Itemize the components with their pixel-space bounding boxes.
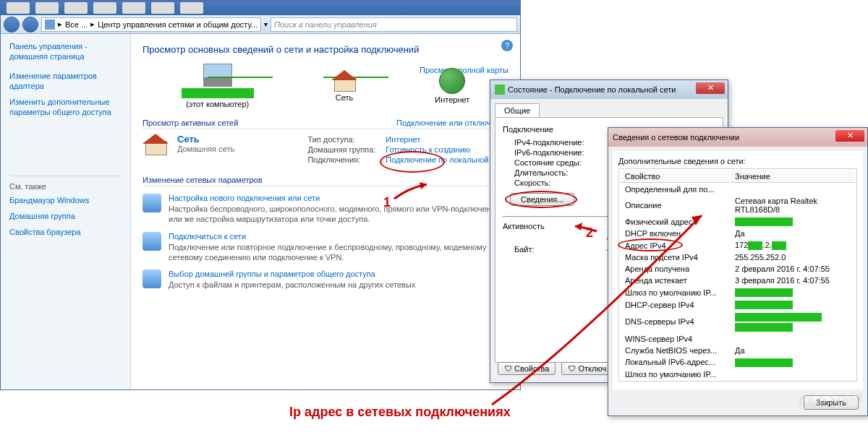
task-desc: Подключение или повторное подключение к …	[169, 242, 509, 263]
taskbar-icon[interactable]	[35, 2, 59, 14]
annotation-caption: Ip адрес в сетевых подключениях	[289, 405, 511, 420]
annotation-number-1: 1	[383, 195, 391, 210]
sidebar-link-browser[interactable]: Свойства браузера	[9, 227, 122, 237]
censored-value	[735, 301, 793, 309]
search-input[interactable]: Поиск в панели управления	[271, 17, 517, 32]
task-icon	[142, 270, 161, 288]
detail-row: ОписаниеСетевая карта Realtek RTL8168D/8	[621, 196, 855, 215]
annotation-number-2: 2	[586, 225, 593, 241]
network-label: Сеть	[331, 93, 357, 102]
close-button[interactable]: ✕	[696, 82, 725, 94]
globe-icon	[439, 68, 465, 94]
properties-button[interactable]: 🛡 Свойства	[498, 362, 556, 375]
window-title: Сведения о сетевом подключении	[613, 133, 739, 142]
network-details-table: Тип доступа:Интернет Домашняя группа:Гот…	[306, 134, 509, 165]
annotation-circle-ipv4	[618, 238, 683, 251]
forward-button[interactable]	[22, 17, 38, 33]
taskbar-icon[interactable]	[93, 2, 116, 14]
connection-link[interactable]: Подключение по локальной сети	[386, 155, 507, 164]
task-homegroup: Выбор домашней группы и параметров общег…	[142, 270, 509, 290]
nav-toolbar: ▸ Все ... ▸ Центр управления сетями и об…	[1, 15, 520, 34]
censored-value	[735, 358, 793, 367]
taskbar-icon[interactable]	[122, 2, 145, 14]
detail-row: Адрес IPv4172.2.	[621, 240, 855, 251]
task-desc: Доступ к файлам и принтерам, расположенн…	[169, 280, 415, 290]
network-icon	[495, 85, 505, 95]
breadcrumb[interactable]: ▸ Все ... ▸ Центр управления сетями и об…	[41, 17, 261, 32]
censored-value	[735, 288, 793, 297]
detail-row: Шлюз по умолчанию IP...	[621, 287, 855, 298]
page-heading: Просмотр основных сведений о сети и наст…	[142, 44, 509, 55]
censored-value	[735, 218, 793, 226]
task-link[interactable]: Выбор домашней группы и параметров общег…	[169, 270, 375, 278]
detail-row: DNS-серверы IPv4	[621, 311, 855, 332]
breadcrumb-segment[interactable]: Центр управления сетями и общим досту...	[98, 20, 258, 29]
taskbar-icon[interactable]	[7, 2, 30, 14]
taskbar-icon[interactable]	[151, 2, 174, 14]
sidebar-link-sharing[interactable]: Изменить дополнительные параметры общего…	[9, 97, 122, 118]
network-name: Сеть	[177, 134, 297, 145]
close-button[interactable]: ✕	[835, 130, 864, 142]
pc-sublabel: (этот компьютер)	[182, 100, 254, 108]
sidebar-link-homegroup[interactable]: Домашняя группа	[9, 211, 122, 221]
task-new-connection: Настройка нового подключения или сети На…	[142, 194, 509, 225]
internet-label: Интернет	[435, 95, 469, 104]
window-title: Состояние - Подключение по локальной сет…	[508, 85, 676, 94]
tab-general[interactable]: Общие	[495, 103, 540, 117]
detail-row: DHCP-сервер IPv4	[621, 299, 855, 310]
detail-row: Локальный IPv6-адрес...	[621, 357, 855, 368]
network-map: (этот компьютер) Сеть Интернет	[142, 64, 509, 108]
network-center-window: ▸ Все ... ▸ Центр управления сетями и об…	[0, 0, 521, 390]
task-icon	[142, 194, 161, 212]
detail-row: Определенный для по...	[621, 184, 855, 194]
detail-row: Служба NetBIOS через...Да	[621, 345, 855, 356]
pc-icon	[203, 64, 232, 87]
sidebar-home-link[interactable]: Панель управления - домашняя страница	[9, 41, 122, 62]
detail-row: DHCP включенДа	[621, 228, 855, 238]
network-type[interactable]: Домашняя сеть	[177, 145, 297, 153]
titlebar[interactable]: Сведения о сетевом подключении ✕	[608, 128, 867, 147]
see-also-label: См. также	[9, 182, 122, 191]
task-link[interactable]: Подключиться к сети	[169, 232, 246, 241]
detail-row: WINS-сервер IPv4	[621, 334, 855, 344]
disable-button[interactable]: 🛡 Отключ	[561, 362, 613, 375]
house-icon	[331, 70, 357, 92]
censored-value	[735, 313, 822, 322]
detail-row: Аренда получена2 февраля 2016 г. 4:07:55	[621, 264, 855, 274]
detail-row: Физический адрес	[621, 216, 855, 227]
sidebar: Панель управления - домашняя страница Из…	[1, 34, 131, 389]
house-icon	[142, 134, 169, 155]
sidebar-link-firewall[interactable]: Брандмауэр Windows	[9, 195, 122, 205]
detail-row: Шлюз по умолчанию IP...	[621, 369, 855, 379]
censored-text	[182, 88, 254, 98]
detail-row: Маска подсети IPv4255.255.252.0	[621, 252, 855, 262]
breadcrumb-segment[interactable]: Все ...	[65, 20, 88, 29]
main-content: ? Просмотр основных сведений о сети и на…	[131, 34, 520, 389]
details-button[interactable]: Сведения...	[510, 193, 574, 206]
task-icon	[142, 232, 161, 251]
taskbar-icon[interactable]	[180, 2, 203, 14]
detail-row: Аренда истекает3 февраля 2016 г. 4:07:55	[621, 275, 855, 285]
titlebar	[1, 1, 520, 15]
task-desc: Настройка беспроводного, широкополосного…	[169, 204, 509, 225]
sidebar-link-adapter[interactable]: Изменение параметров адаптера	[9, 71, 122, 92]
task-connect: Подключиться к сети Подключение или повт…	[142, 232, 509, 263]
change-settings-heading: Изменение сетевых параметров	[142, 176, 509, 186]
active-networks-heading: Просмотр активных сетей Подключение или …	[142, 119, 509, 129]
details-table: СвойствоЗначение Определенный для по...О…	[618, 168, 857, 382]
control-panel-icon	[45, 20, 55, 30]
help-icon[interactable]: ?	[501, 40, 513, 51]
details-subtitle: Дополнительные сведения о сети:	[618, 157, 857, 165]
titlebar[interactable]: Состояние - Подключение по локальной сет…	[490, 80, 728, 99]
back-button[interactable]	[4, 17, 20, 33]
taskbar-icon[interactable]	[64, 2, 88, 14]
task-link[interactable]: Настройка нового подключения или сети	[169, 194, 320, 202]
connection-details-window: Сведения о сетевом подключении ✕ Дополни…	[608, 127, 868, 416]
